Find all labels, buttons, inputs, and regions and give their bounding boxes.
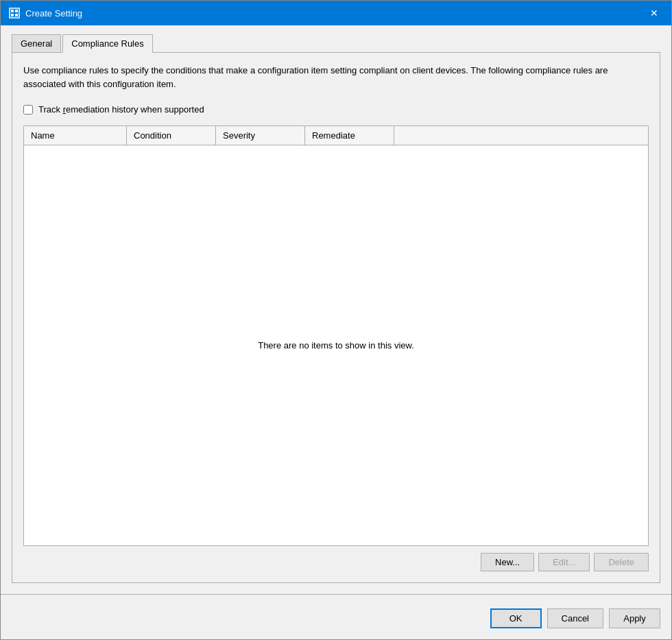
title-bar-text: Create Setting <box>25 8 82 19</box>
no-items-message: There are no items to show in this view. <box>258 340 414 351</box>
dialog-window: Create Setting ✕ General Compliance Rule… <box>0 0 672 640</box>
description-text: Use compliance rules to specify the cond… <box>23 64 649 91</box>
cancel-button[interactable]: Cancel <box>547 608 603 628</box>
apply-button[interactable]: Apply <box>609 608 660 628</box>
dialog-footer: OK Cancel Apply <box>1 602 671 639</box>
tab-content: Use compliance rules to specify the cond… <box>12 52 660 583</box>
close-button[interactable]: ✕ <box>645 6 663 20</box>
svg-rect-2 <box>15 10 18 12</box>
svg-rect-4 <box>15 14 18 16</box>
tab-compliance-rules[interactable]: Compliance Rules <box>62 34 153 53</box>
new-button[interactable]: New... <box>481 553 534 571</box>
col-header-severity: Severity <box>216 126 305 145</box>
window-icon <box>9 8 20 19</box>
col-header-name: Name <box>24 126 127 145</box>
table-body: There are no items to show in this view. <box>24 145 648 545</box>
delete-button[interactable]: Delete <box>594 553 649 571</box>
title-bar-left: Create Setting <box>9 8 82 19</box>
svg-rect-1 <box>11 10 14 12</box>
separator-line <box>1 594 671 595</box>
col-header-remediate: Remediate <box>305 126 394 145</box>
table-header: Name Condition Severity Remediate <box>24 126 648 145</box>
tab-general[interactable]: General <box>12 34 61 53</box>
edit-button[interactable]: Edit... <box>538 553 590 571</box>
svg-rect-3 <box>11 14 14 16</box>
track-remediation-label: Track remediation history when supported <box>38 104 204 115</box>
table-container: Name Condition Severity Remediate There … <box>23 126 649 546</box>
ok-button[interactable]: OK <box>490 608 542 628</box>
dialog-content: General Compliance Rules Use compliance … <box>1 25 671 594</box>
checkbox-row: Track remediation history when supported <box>23 104 649 115</box>
col-header-condition: Condition <box>127 126 216 145</box>
title-bar: Create Setting ✕ <box>1 1 671 25</box>
track-remediation-checkbox[interactable] <box>23 105 33 115</box>
col-header-rest <box>394 126 648 145</box>
bottom-buttons-row: New... Edit... Delete <box>23 553 649 571</box>
tab-bar: General Compliance Rules <box>12 34 660 52</box>
